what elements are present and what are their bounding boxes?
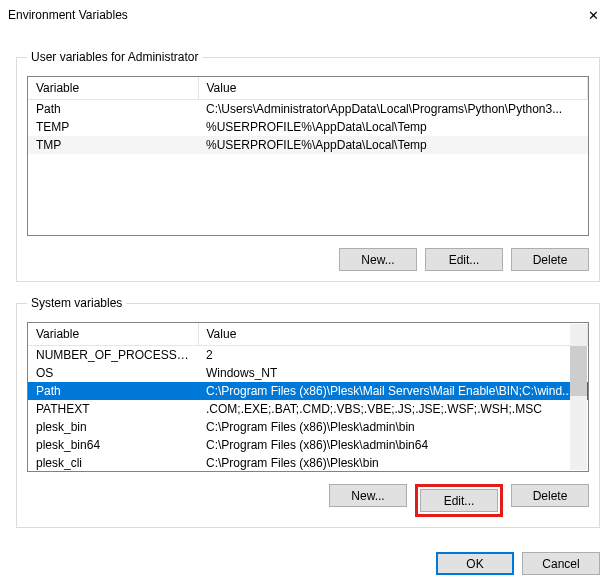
new-button[interactable]: New... xyxy=(329,484,407,507)
user-col-value[interactable]: Value xyxy=(198,77,588,100)
titlebar: Environment Variables ✕ xyxy=(0,0,616,30)
table-row-selected[interactable]: Path C:\Program Files (x86)\Plesk\Mail S… xyxy=(28,382,588,400)
table-row[interactable]: plesk_bin C:\Program Files (x86)\Plesk\a… xyxy=(28,418,588,436)
window-title: Environment Variables xyxy=(8,8,570,22)
system-buttons: New... Edit... Delete xyxy=(27,484,589,517)
close-icon[interactable]: ✕ xyxy=(570,0,616,30)
table-row[interactable]: plesk_cli C:\Program Files (x86)\Plesk\b… xyxy=(28,454,588,472)
system-col-value[interactable]: Value xyxy=(198,323,588,346)
dialog-content: User variables for Administrator Variabl… xyxy=(0,30,616,538)
table-row[interactable]: PATHEXT .COM;.EXE;.BAT;.CMD;.VBS;.VBE;.J… xyxy=(28,400,588,418)
scrollbar-thumb[interactable] xyxy=(570,346,587,396)
system-col-variable[interactable]: Variable xyxy=(28,323,198,346)
cancel-button[interactable]: Cancel xyxy=(522,552,600,575)
user-buttons: New... Edit... Delete xyxy=(27,248,589,271)
system-variables-table[interactable]: Variable Value NUMBER_OF_PROCESSORS 2 OS… xyxy=(27,322,589,472)
table-row[interactable]: Path C:\Users\Administrator\AppData\Loca… xyxy=(28,100,588,119)
system-variables-group: System variables Variable Value NUMBER_O… xyxy=(16,296,600,528)
ok-button[interactable]: OK xyxy=(436,552,514,575)
table-row[interactable]: plesk_bin64 C:\Program Files (x86)\Plesk… xyxy=(28,436,588,454)
edit-button[interactable]: Edit... xyxy=(425,248,503,271)
user-variables-table[interactable]: Variable Value Path C:\Users\Administrat… xyxy=(27,76,589,236)
table-row[interactable]: OS Windows_NT xyxy=(28,364,588,382)
scrollbar[interactable] xyxy=(570,324,587,470)
new-button[interactable]: New... xyxy=(339,248,417,271)
table-row[interactable]: TMP %USERPROFILE%\AppData\Local\Temp xyxy=(28,136,588,154)
table-row[interactable]: NUMBER_OF_PROCESSORS 2 xyxy=(28,346,588,365)
edit-button-highlight: Edit... xyxy=(415,484,503,517)
delete-button[interactable]: Delete xyxy=(511,484,589,507)
user-group-legend: User variables for Administrator xyxy=(27,50,202,64)
delete-button[interactable]: Delete xyxy=(511,248,589,271)
dialog-buttons: OK Cancel xyxy=(0,538,616,575)
user-variables-group: User variables for Administrator Variabl… xyxy=(16,50,600,282)
table-row[interactable]: TEMP %USERPROFILE%\AppData\Local\Temp xyxy=(28,118,588,136)
system-group-legend: System variables xyxy=(27,296,126,310)
edit-button[interactable]: Edit... xyxy=(420,489,498,512)
user-col-variable[interactable]: Variable xyxy=(28,77,198,100)
